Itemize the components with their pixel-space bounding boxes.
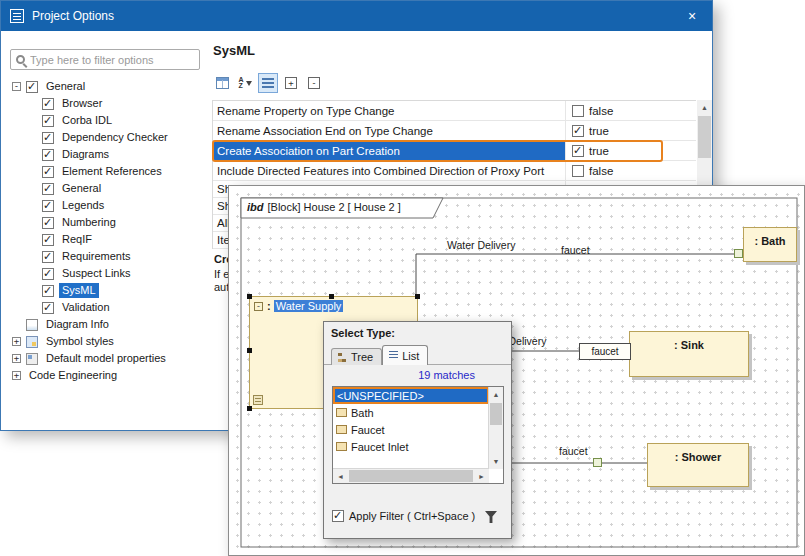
scroll-left-icon[interactable] (333, 469, 348, 483)
tree-item-legends[interactable]: Legends (10, 197, 208, 214)
part-shower[interactable]: : Shower (647, 443, 749, 487)
options-tree: General Browser Corba IDL Dependency Che… (10, 78, 208, 384)
expand-icon[interactable] (12, 337, 21, 346)
checkbox-checked-icon[interactable] (42, 234, 54, 246)
checkbox-checked-icon[interactable] (42, 200, 54, 212)
selection-handle[interactable] (247, 406, 252, 411)
checkbox-checked-icon[interactable] (42, 217, 54, 229)
port-shower-faucet[interactable] (593, 458, 602, 467)
list-item-bath[interactable]: Bath (333, 404, 489, 421)
port-label: faucet (591, 346, 618, 357)
selection-handle[interactable] (329, 294, 334, 299)
tree-item-reqif[interactable]: ReqIF (10, 231, 208, 248)
list-horizontal-scrollbar[interactable] (333, 468, 489, 483)
checkbox-checked-icon[interactable] (42, 302, 54, 314)
checkbox-checked-icon[interactable] (42, 149, 54, 161)
scroll-up-icon[interactable] (697, 100, 712, 115)
checkbox-checked-icon[interactable] (42, 132, 54, 144)
port-sink-faucet[interactable]: faucet (579, 343, 631, 360)
sort-alphabetically-button[interactable]: AZ (235, 73, 255, 93)
collapse-compartment-icon[interactable] (254, 302, 263, 311)
checkbox-checked-icon[interactable] (42, 251, 54, 263)
selection-handle[interactable] (247, 348, 252, 353)
selection-handle[interactable] (415, 294, 420, 299)
tree-item-label: Code Engineering (26, 368, 120, 383)
list-vertical-scrollbar[interactable] (488, 387, 503, 469)
checkbox-unchecked-icon[interactable] (572, 165, 584, 177)
properties-view-button[interactable] (212, 73, 232, 93)
tree-item-browser[interactable]: Browser (10, 95, 208, 112)
scrollbar-thumb[interactable] (349, 470, 473, 482)
tree-item-general[interactable]: General (10, 180, 208, 197)
dialog-titlebar[interactable]: Project Options × (1, 1, 712, 31)
scrollbar-thumb[interactable] (698, 116, 711, 158)
tree-item-suspect-links[interactable]: Suspect Links (10, 265, 208, 282)
list-item-faucet-inlet[interactable]: Faucet Inlet (333, 438, 489, 455)
checkbox-checked-icon[interactable] (42, 268, 54, 280)
expand-icon[interactable] (12, 371, 21, 380)
tree-item-requirements[interactable]: Requirements (10, 248, 208, 265)
tree-item-label: Browser (59, 96, 105, 111)
option-row[interactable]: Rename Property on Type Change false (213, 101, 696, 121)
part-sink[interactable]: : Sink (629, 331, 749, 377)
tree-item-general-root[interactable]: General (10, 78, 208, 95)
tree-item-corba-idl[interactable]: Corba IDL (10, 112, 208, 129)
collapse-all-button[interactable] (304, 73, 324, 93)
name-edit-selection[interactable]: Water Supply (274, 300, 344, 312)
scroll-up-icon[interactable] (489, 387, 503, 402)
option-value: false (589, 105, 613, 117)
option-value: true (589, 125, 609, 137)
scroll-down-icon[interactable] (489, 454, 503, 469)
diagram-name: [Block] House 2 [ House 2 ] (268, 201, 401, 213)
tree-item-validation[interactable]: Validation (10, 299, 208, 316)
tree-item-diagram-info[interactable]: Diagram Info (10, 316, 208, 333)
tree-item-dependency-checker[interactable]: Dependency Checker (10, 129, 208, 146)
list-item-faucet[interactable]: Faucet (333, 421, 489, 438)
tree-item-symbol-styles[interactable]: Symbol styles (10, 333, 208, 350)
checkbox-checked-icon[interactable] (572, 145, 584, 157)
option-name: Rename Property on Type Change (213, 101, 565, 120)
structure-compartment-icon[interactable] (253, 395, 263, 405)
tree-item-default-model-properties[interactable]: Default model properties (10, 350, 208, 367)
page-title: SysML (213, 43, 255, 58)
port-bath-faucet[interactable] (734, 249, 743, 258)
search-icon (16, 55, 25, 64)
checkbox-checked-icon[interactable] (332, 510, 344, 522)
tab-list[interactable]: List (382, 345, 428, 365)
collapse-icon[interactable] (12, 82, 21, 91)
option-row[interactable]: Rename Association End on Type Change tr… (213, 121, 696, 141)
tree-item-sysml[interactable]: SysML (10, 282, 208, 299)
scrollbar-thumb[interactable] (490, 403, 502, 425)
scroll-right-icon[interactable] (474, 469, 489, 483)
checkbox-checked-icon[interactable] (42, 166, 54, 178)
checkbox-checked-icon[interactable] (42, 115, 54, 127)
categorized-view-button[interactable] (258, 73, 278, 93)
selection-handle[interactable] (247, 294, 252, 299)
checkbox-checked-icon[interactable] (42, 183, 54, 195)
filter-icon[interactable] (485, 511, 497, 523)
tab-tree[interactable]: Tree (331, 348, 382, 365)
checkbox-checked-icon[interactable] (26, 81, 38, 93)
tree-item-diagrams[interactable]: Diagrams (10, 146, 208, 163)
checkbox-unchecked-icon[interactable] (572, 105, 584, 117)
filter-input[interactable] (30, 54, 194, 66)
model-properties-icon (26, 353, 38, 365)
checkbox-checked-icon[interactable] (572, 125, 584, 137)
checkbox-checked-icon[interactable] (42, 98, 54, 110)
dialog-title: Project Options (32, 9, 114, 23)
expand-all-button[interactable] (281, 73, 301, 93)
tree-item-numbering[interactable]: Numbering (10, 214, 208, 231)
part-bath[interactable]: : Bath (743, 227, 797, 262)
sort-az-icon: AZ (238, 77, 251, 89)
part-title: : Bath (744, 228, 796, 247)
tree-item-code-engineering[interactable]: Code Engineering (10, 367, 208, 384)
option-row-selected[interactable]: Create Association on Part Creation true (213, 141, 696, 161)
close-icon[interactable]: × (681, 8, 703, 24)
option-name: Create Association on Part Creation (213, 141, 565, 160)
checkbox-checked-icon[interactable] (42, 285, 54, 297)
expand-icon[interactable] (12, 354, 21, 363)
part-title-editing[interactable]: : Water Supply (267, 300, 343, 312)
option-row[interactable]: Include Directed Features into Combined … (213, 161, 696, 181)
list-item-unspecified[interactable]: <UNSPECIFIED> (333, 387, 489, 404)
tree-item-element-references[interactable]: Element References (10, 163, 208, 180)
